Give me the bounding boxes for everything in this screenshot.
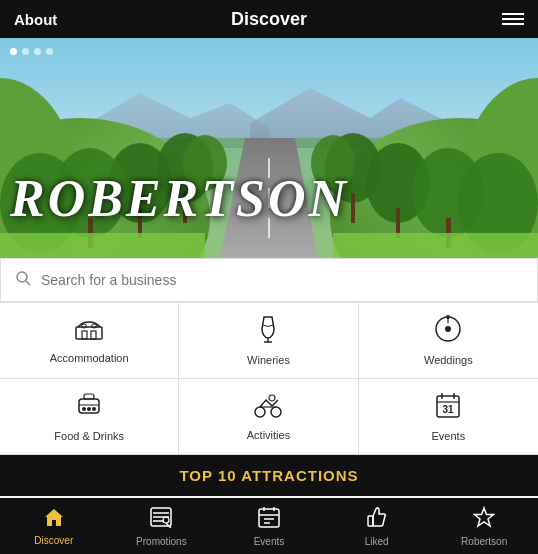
svg-point-48 (92, 407, 96, 411)
nav-liked-label: Liked (365, 536, 389, 547)
accommodation-icon (74, 317, 104, 347)
events-icon: 31 (435, 391, 461, 425)
category-activities[interactable]: Activities (179, 379, 358, 455)
category-food[interactable]: Food & Drinks (0, 379, 179, 455)
svg-rect-64 (259, 509, 279, 527)
hero-banner: ROBERTSON (0, 38, 538, 258)
svg-point-51 (269, 395, 275, 401)
nav-events-label: Events (254, 536, 285, 547)
svg-rect-70 (368, 516, 373, 526)
menu-bar-1 (502, 13, 524, 15)
category-grid: Accommodation Wineries Weddings (0, 302, 538, 455)
svg-point-49 (255, 407, 265, 417)
svg-point-50 (271, 407, 281, 417)
dot-1 (10, 48, 17, 55)
wineries-label: Wineries (247, 354, 290, 366)
svg-point-46 (82, 407, 86, 411)
svg-rect-32 (76, 327, 102, 339)
svg-rect-34 (91, 331, 96, 339)
svg-point-63 (163, 517, 169, 523)
search-icon (15, 270, 31, 290)
top10-label: TOP 10 ATTRACTIONS (179, 467, 358, 484)
bottom-nav: Discover Promotions (0, 498, 538, 554)
svg-marker-71 (475, 508, 494, 526)
food-label: Food & Drinks (54, 430, 124, 442)
svg-rect-33 (82, 331, 87, 339)
accommodation-label: Accommodation (50, 352, 129, 364)
svg-point-42 (446, 315, 450, 319)
calendar-nav-icon (258, 506, 280, 533)
wineries-icon (257, 315, 279, 349)
weddings-icon (434, 315, 462, 349)
dot-2 (22, 48, 29, 55)
events-label: Events (432, 430, 466, 442)
weddings-label: Weddings (424, 354, 473, 366)
svg-point-40 (445, 326, 451, 332)
hero-title: ROBERTSON (10, 169, 528, 228)
star-icon (473, 506, 495, 533)
menu-bar-2 (502, 18, 524, 20)
activities-label: Activities (247, 429, 290, 441)
nav-events[interactable]: Events (215, 506, 323, 547)
category-accommodation[interactable]: Accommodation (0, 303, 179, 379)
thumb-up-icon (366, 506, 388, 533)
nav-robertson-label: Robertson (461, 536, 507, 547)
nav-promotions-label: Promotions (136, 536, 187, 547)
nav-discover-label: Discover (34, 535, 73, 546)
about-link[interactable]: About (14, 11, 57, 28)
menu-bar-3 (502, 23, 524, 25)
home-icon (43, 507, 65, 532)
top10-button[interactable]: TOP 10 ATTRACTIONS (0, 455, 538, 496)
nav-promotions[interactable]: Promotions (108, 506, 216, 547)
svg-rect-28 (0, 233, 205, 258)
search-input[interactable] (41, 272, 523, 288)
search-bar (0, 258, 538, 302)
category-weddings[interactable]: Weddings (359, 303, 538, 379)
menu-icon[interactable] (502, 13, 524, 25)
food-icon (75, 391, 103, 425)
nav-liked[interactable]: Liked (323, 506, 431, 547)
activities-icon (252, 392, 284, 424)
svg-point-47 (87, 407, 91, 411)
app-header: About Discover (0, 0, 538, 38)
promotions-icon (150, 506, 172, 533)
hero-dots (10, 48, 53, 55)
svg-text:31: 31 (443, 404, 455, 415)
nav-discover[interactable]: Discover (0, 507, 108, 546)
svg-line-31 (26, 281, 30, 285)
dot-3 (34, 48, 41, 55)
svg-rect-29 (333, 233, 538, 258)
svg-point-30 (17, 272, 27, 282)
header-title: Discover (231, 9, 307, 30)
category-wineries[interactable]: Wineries (179, 303, 358, 379)
category-events[interactable]: 31 Events (359, 379, 538, 455)
dot-4 (46, 48, 53, 55)
nav-robertson[interactable]: Robertson (430, 506, 538, 547)
